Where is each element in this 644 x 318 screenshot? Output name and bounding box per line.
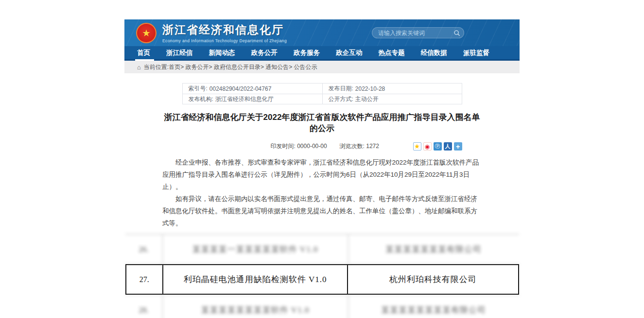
doc-method-value: 主动公开 bbox=[355, 95, 379, 103]
site-header: ★ 浙江省经济和信息化厅 Economy and Information Tec… bbox=[124, 19, 520, 46]
paragraph-1: 经企业申报、各市推荐、形式审查和专家评审，浙江省经济和信息化厅现对2022年度浙… bbox=[162, 156, 482, 193]
table-row-highlight: 27. 利珀晶硅电池通用缺陷检测软件 V1.0 杭州利珀科技有限公司 bbox=[125, 264, 519, 295]
site-title-block: 浙江省经济和信息化厅 Economy and Information Techn… bbox=[162, 22, 287, 43]
nav-item-news[interactable]: 新闻动态 bbox=[208, 47, 236, 59]
site-title: 浙江省经济和信息化厅 bbox=[162, 22, 287, 37]
nav-item-gov-disclosure[interactable]: 政务公开 bbox=[250, 47, 278, 59]
paragraph-2: 如有异议，请在公示期内以实名书面形式提出意见，通过传真、邮寄、电子邮件等方式反馈… bbox=[162, 193, 482, 229]
search-box[interactable] bbox=[372, 27, 464, 38]
nav-item-zhejiang-jingxin[interactable]: 浙江经信 bbox=[165, 47, 193, 59]
table-row-blurred: 26. 某某某某一某某某某某软件 V1.0 某某某某某某某有限公司 bbox=[125, 234, 519, 265]
article-title: 浙江省经济和信息化厅关于2022年度浙江省首版次软件产品应用推广指导目录入围名单… bbox=[162, 112, 483, 134]
favorite-star-icon[interactable]: ★ bbox=[413, 142, 421, 151]
doc-date-label: 发布日期: bbox=[329, 84, 353, 93]
article-content: 索引号: 002482904/2022-04767 发布日期: 2022-10-… bbox=[124, 83, 520, 318]
company-name: 某某某某某某某有限公司 bbox=[348, 234, 519, 264]
doc-org-cell: 发布机构: 浙江省经济和信息化厅 bbox=[183, 94, 322, 104]
nav-item-interaction[interactable]: 政企互动 bbox=[335, 47, 363, 59]
row-number: 28. bbox=[125, 295, 163, 318]
doc-org-value: 浙江省经济和信息化厅 bbox=[215, 95, 274, 103]
breadcrumb: ⌂ 当前位置:首页> 政务公开> 政府信息公开目录> 通知公告> 公告公示 bbox=[124, 61, 520, 73]
company-name: 杭州利珀科技有限公司 bbox=[348, 265, 518, 294]
renren-icon[interactable]: 人 bbox=[444, 142, 452, 151]
main-nav: 首页 浙江经信 新闻动态 政务公开 政务服务 政企互动 热点专题 经信数据 派驻… bbox=[124, 46, 520, 59]
nav-item-jingxin-data[interactable]: 经信数据 bbox=[420, 47, 448, 59]
print-time-label: 印发时间: bbox=[271, 143, 296, 150]
nav-item-gov-services[interactable]: 政务服务 bbox=[293, 47, 321, 59]
view-count-label: 浏览次数: bbox=[340, 143, 365, 150]
print-time-value: 0000-00-00 bbox=[297, 143, 327, 150]
site-subtitle: Economy and Information Technology Depar… bbox=[162, 38, 287, 43]
shortlist-table: 26. 某某某某一某某某某某软件 V1.0 某某某某某某某有限公司 27. 利珀… bbox=[125, 234, 519, 318]
article-body: 经企业申报、各市推荐、形式审查和专家评审，浙江省经济和信息化厅现对2022年度浙… bbox=[124, 151, 520, 229]
share-more-icon[interactable]: + bbox=[454, 142, 462, 151]
doc-date-value: 2022-10-28 bbox=[355, 85, 385, 92]
view-count-value: 1272 bbox=[366, 143, 379, 150]
breadcrumb-text[interactable]: 当前位置:首页> 政务公开> 政府信息公开目录> 通知公告> 公告公示 bbox=[144, 63, 317, 71]
search-input[interactable] bbox=[378, 30, 453, 36]
doc-index-value: 002482904/2022-04767 bbox=[209, 85, 271, 92]
national-emblem-logo: ★ bbox=[136, 23, 157, 43]
company-name: 某某某某某某某某有限公司 bbox=[348, 295, 519, 318]
doc-date-cell: 发布日期: 2022-10-28 bbox=[322, 84, 462, 94]
nav-item-supervision[interactable]: 派驻监督 bbox=[462, 47, 490, 59]
share-icon-bar: ★ ◉ Ⓟ 人 + bbox=[413, 142, 462, 151]
software-name: 某某某某某某某某软件 V1.0 bbox=[163, 295, 348, 318]
doc-org-label: 发布机构: bbox=[189, 95, 213, 103]
doc-method-cell: 公开方式: 主动公开 bbox=[322, 94, 462, 104]
software-name: 某某某某一某某某某某软件 V1.0 bbox=[163, 234, 348, 264]
row-number: 26. bbox=[125, 234, 163, 264]
article-meta-stats: 印发时间: 0000-00-00 浏览次数: 1272 bbox=[271, 142, 379, 151]
doc-index-cell: 索引号: 002482904/2022-04767 bbox=[183, 84, 322, 94]
search-icon[interactable] bbox=[453, 30, 460, 36]
emblem-star-icon: ★ bbox=[142, 28, 151, 38]
view-count: 浏览次数: 1272 bbox=[340, 142, 379, 151]
print-time: 印发时间: 0000-00-00 bbox=[271, 142, 327, 151]
article-meta-row: 印发时间: 0000-00-00 浏览次数: 1272 ★ ◉ Ⓟ 人 + bbox=[182, 142, 462, 151]
page: ★ 浙江省经济和信息化厅 Economy and Information Tec… bbox=[124, 19, 520, 318]
doc-method-label: 公开方式: bbox=[329, 95, 353, 103]
table-row-blurred: 28. 某某某某某某某某软件 V1.0 某某某某某某某某有限公司 bbox=[125, 295, 519, 318]
document-info-table: 索引号: 002482904/2022-04767 发布日期: 2022-10-… bbox=[182, 83, 462, 104]
nav-item-hot-topics[interactable]: 热点专题 bbox=[378, 47, 406, 59]
software-name: 利珀晶硅电池通用缺陷检测软件 V1.0 bbox=[163, 265, 348, 294]
doc-index-label: 索引号: bbox=[189, 84, 208, 93]
nav-item-home[interactable]: 首页 bbox=[136, 47, 151, 59]
tencent-weibo-icon[interactable]: Ⓟ bbox=[434, 142, 442, 151]
sina-weibo-icon[interactable]: ◉ bbox=[423, 142, 432, 151]
home-icon: ⌂ bbox=[137, 64, 141, 71]
row-number: 27. bbox=[126, 265, 164, 294]
